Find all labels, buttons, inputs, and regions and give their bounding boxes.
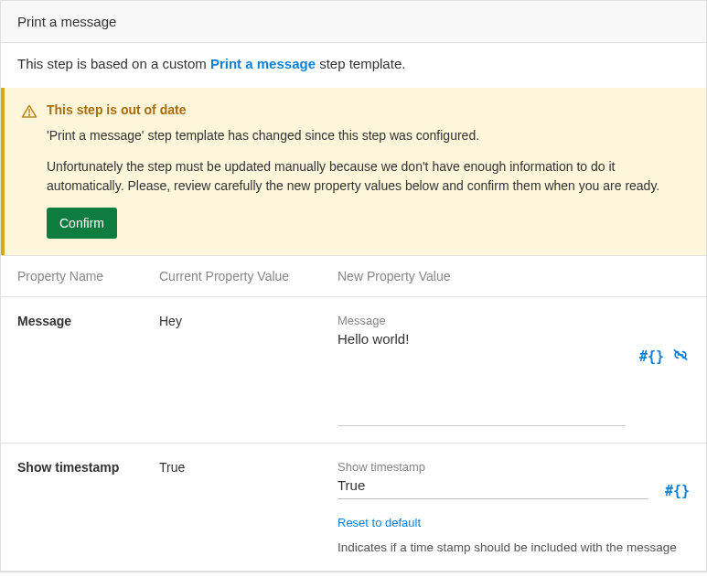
property-row: Show timestamp True Show timestamp True … (1, 443, 706, 572)
property-new-value-cell: Message Hello world! (337, 314, 635, 426)
panel-title: Print a message (1, 1, 706, 43)
col-header-new: New Property Value (337, 269, 690, 283)
step-panel: Print a message This step is based on a … (0, 0, 707, 572)
confirm-button[interactable]: Confirm (47, 208, 117, 239)
svg-point-1 (29, 114, 30, 115)
col-header-name: Property Name (17, 269, 159, 283)
field-help-text: Indicates if a time stamp should be incl… (337, 540, 690, 554)
variable-binding-icon[interactable]: #{} (639, 348, 664, 365)
property-name: Show timestamp (17, 460, 159, 475)
property-new-value-cell: Show timestamp True #{} Reset to default… (337, 460, 690, 554)
intro-prefix: This step is based on a custom (17, 56, 210, 71)
property-current-value: Hey (159, 314, 337, 328)
reset-to-default-link[interactable]: Reset to default (337, 516, 421, 529)
unlink-icon[interactable] (671, 348, 690, 365)
message-input[interactable]: Hello world! (337, 331, 635, 352)
property-table-header: Property Name Current Property Value New… (1, 255, 706, 296)
out-of-date-alert: This step is out of date 'Print a messag… (1, 88, 706, 255)
field-label: Message (337, 314, 635, 327)
field-underline (337, 425, 626, 426)
alert-title: This step is out of date (47, 102, 690, 117)
show-timestamp-input[interactable]: True (337, 477, 654, 495)
property-current-value: True (159, 460, 337, 475)
property-row: Message Hey Message Hello world! #{} (1, 296, 706, 443)
alert-line-2: Unfortunately the step must be updated m… (47, 157, 690, 195)
step-template-link[interactable]: Print a message (210, 56, 316, 71)
property-name: Message (17, 314, 159, 328)
variable-binding-icon[interactable]: #{} (665, 483, 690, 499)
warning-icon (21, 103, 37, 120)
panel-intro: This step is based on a custom Print a m… (1, 43, 706, 88)
col-header-current: Current Property Value (159, 269, 337, 283)
field-label: Show timestamp (337, 460, 690, 474)
field-underline (337, 498, 648, 499)
intro-suffix: step template. (316, 56, 405, 71)
alert-line-1: 'Print a message' step template has chan… (47, 126, 690, 144)
